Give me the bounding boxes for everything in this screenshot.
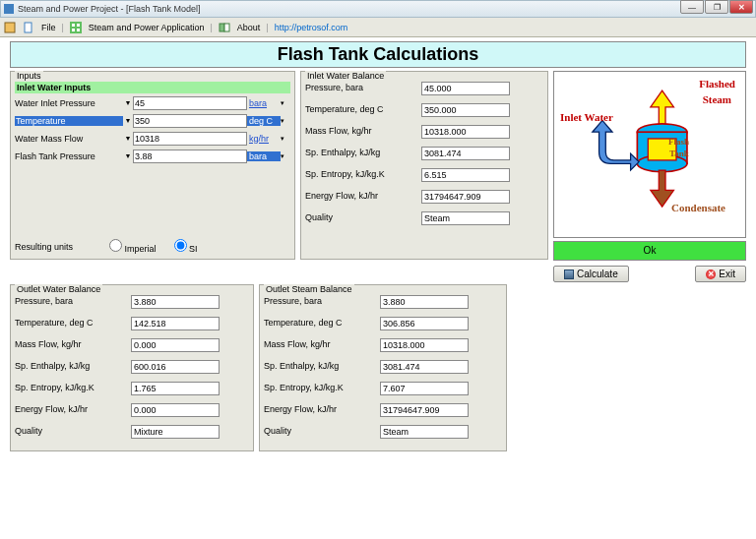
balance-label: Temperature, deg C: [15, 317, 131, 328]
balance-label: Pressure, bara: [305, 82, 421, 92]
dropdown-icon[interactable]: ▼: [123, 117, 133, 124]
balance-value[interactable]: [380, 338, 469, 352]
calculate-button[interactable]: Calculate: [553, 266, 629, 282]
unit-label[interactable]: deg C: [247, 116, 281, 126]
outlet-water-group: Outlet Water Balance Pressure, baraTempe…: [10, 284, 254, 451]
units-label: Resulting units: [15, 242, 92, 252]
radio-si[interactable]: SI: [174, 239, 198, 254]
balance-value[interactable]: [421, 103, 510, 117]
dropdown-icon[interactable]: ▾: [281, 99, 290, 107]
app-menu-icon: [70, 22, 82, 33]
outlet-steam-legend: Outlet Steam Balance: [264, 284, 354, 294]
unit-label[interactable]: bara: [247, 151, 281, 161]
balance-label: Sp. Enthalpy, kJ/kg: [15, 360, 131, 371]
dropdown-icon[interactable]: ▼: [123, 135, 133, 142]
balance-label: Sp. Enthalpy, kJ/kg: [305, 147, 421, 157]
balance-label: Mass Flow, kg/hr: [305, 125, 421, 136]
balance-value[interactable]: [380, 425, 469, 439]
svg-rect-1: [5, 23, 15, 32]
balance-value[interactable]: [131, 382, 220, 395]
dropdown-icon[interactable]: ▾: [281, 117, 290, 125]
input-field[interactable]: [133, 150, 247, 163]
balance-label: Quality: [15, 425, 131, 436]
input-field[interactable]: [133, 96, 247, 110]
balance-value[interactable]: [421, 168, 510, 182]
menu-app[interactable]: Steam and Power Application: [89, 23, 205, 32]
input-field[interactable]: [133, 132, 247, 146]
balance-label: Quality: [264, 425, 380, 436]
balance-value[interactable]: [380, 360, 469, 374]
exit-icon: ✕: [706, 270, 716, 279]
calculator-icon: [564, 270, 574, 279]
file-icon: [23, 22, 34, 33]
balance-value[interactable]: [421, 82, 510, 95]
diagram-inlet-label: Inlet Water: [560, 111, 613, 123]
balance-value[interactable]: [380, 403, 469, 417]
balance-value[interactable]: [421, 125, 510, 139]
balance-label: Energy Flow, kJ/hr: [305, 190, 421, 201]
diagram-tank-label2: Tank: [669, 149, 689, 158]
dropdown-icon[interactable]: ▾: [281, 135, 290, 143]
balance-value[interactable]: [421, 211, 510, 225]
unit-label[interactable]: kg/hr: [247, 134, 281, 144]
app-icon: [4, 4, 14, 14]
outlet-water-legend: Outlet Water Balance: [15, 284, 102, 294]
balance-value[interactable]: [421, 147, 510, 160]
window-titlebar: Steam and Power Project - [Flash Tank Mo…: [0, 0, 756, 18]
inputs-legend: Inputs: [15, 71, 43, 81]
dropdown-icon[interactable]: ▾: [281, 152, 290, 160]
about-icon: [219, 22, 230, 33]
diagram-steam-label: Steam: [703, 93, 731, 105]
menu-file[interactable]: File: [41, 23, 56, 32]
dropdown-icon[interactable]: ▼: [123, 152, 133, 159]
balance-label: Sp. Enthalpy, kJ/kg: [264, 360, 380, 371]
balance-label: Mass Flow, kg/hr: [264, 338, 380, 349]
unit-label[interactable]: bara: [247, 98, 281, 108]
svg-rect-8: [220, 24, 224, 31]
flash-tank-diagram: Flashed Steam Inlet Water Flash Tank Con…: [553, 71, 746, 238]
diagram-flashed-label: Flashed: [699, 78, 735, 90]
input-label: Water Inlet Pressure: [15, 98, 123, 108]
maximize-button[interactable]: ❐: [705, 0, 728, 14]
balance-value[interactable]: [131, 425, 220, 439]
svg-rect-3: [70, 22, 82, 33]
inputs-header: Inlet Water Inputs: [15, 82, 290, 93]
balance-label: Pressure, bara: [264, 295, 380, 306]
balance-value[interactable]: [131, 403, 220, 417]
diagram-condensate-label: Condensate: [671, 202, 725, 213]
ok-status: Ok: [553, 241, 746, 261]
balance-value[interactable]: [131, 338, 220, 352]
balance-value[interactable]: [131, 360, 220, 374]
radio-imperial[interactable]: Imperial: [109, 239, 157, 254]
menu-link[interactable]: http://petrosof.com: [275, 23, 348, 32]
balance-label: Pressure, bara: [15, 295, 131, 306]
menubar: File | Steam and Power Application | Abo…: [0, 18, 756, 37]
inlet-balance-legend: Inlet Water Balance: [305, 71, 386, 81]
balance-value[interactable]: [380, 317, 469, 330]
svg-marker-15: [651, 170, 674, 207]
balance-value[interactable]: [380, 295, 469, 309]
window-icon[interactable]: [4, 22, 16, 33]
svg-marker-10: [651, 90, 674, 125]
input-field[interactable]: [133, 114, 247, 128]
dropdown-icon[interactable]: ▼: [123, 99, 133, 106]
svg-rect-4: [72, 24, 75, 27]
close-button[interactable]: ✕: [729, 0, 753, 14]
svg-rect-0: [4, 4, 14, 14]
svg-rect-7: [77, 29, 80, 31]
balance-label: Energy Flow, kJ/hr: [15, 403, 131, 414]
balance-value[interactable]: [380, 382, 469, 395]
balance-label: Temperature, deg C: [305, 103, 421, 114]
balance-value[interactable]: [421, 190, 510, 204]
balance-value[interactable]: [131, 317, 220, 330]
balance-label: Energy Flow, kJ/hr: [264, 403, 380, 414]
minimize-button[interactable]: —: [680, 0, 704, 14]
balance-label: Quality: [305, 211, 421, 222]
svg-rect-6: [72, 29, 75, 31]
input-label: Flash Tank Pressure: [15, 151, 123, 161]
exit-button[interactable]: ✕Exit: [695, 266, 746, 282]
menu-about[interactable]: About: [237, 23, 261, 32]
balance-value[interactable]: [131, 295, 220, 309]
svg-rect-2: [25, 23, 32, 32]
page-title: Flash Tank Calculations: [10, 41, 746, 68]
